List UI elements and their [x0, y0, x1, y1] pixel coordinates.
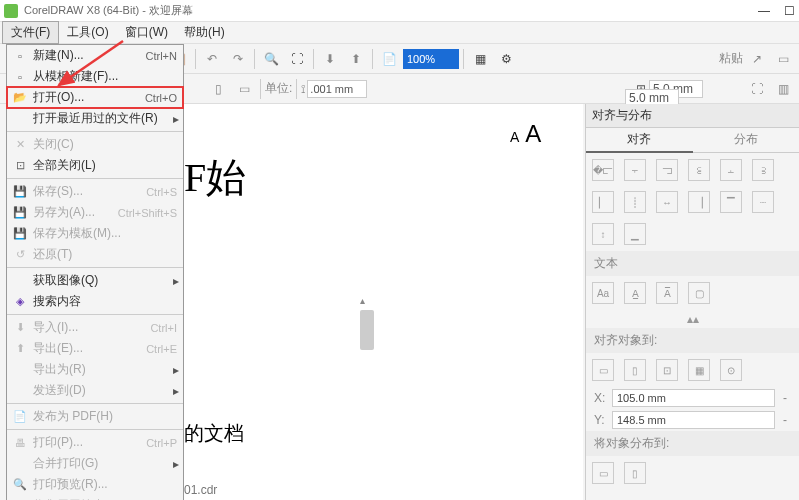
- align-right-icon[interactable]: ⫎: [656, 159, 678, 181]
- section-text: 文本: [586, 251, 799, 276]
- menubar: 文件(F) 工具(O) 窗口(W) 帮助(H): [0, 22, 799, 44]
- section-distribute-to: 将对象分布到:: [586, 431, 799, 456]
- menu-import: ⬇导入(I)...Ctrl+I: [7, 317, 183, 338]
- scroll-up-icon[interactable]: ▴: [360, 295, 365, 306]
- canvas-text-2: 的文档: [184, 420, 244, 447]
- menu-search-content[interactable]: ◈搜索内容: [7, 291, 183, 312]
- align-y-value[interactable]: 148.5 mm: [612, 411, 775, 429]
- fullscreen-icon[interactable]: ⛶: [285, 47, 309, 71]
- align-center-h-icon[interactable]: ⫟: [624, 159, 646, 181]
- distto-selection-icon[interactable]: ▭: [592, 462, 614, 484]
- file-menu-dropdown: ▫新建(N)...Ctrl+N ▫从模板新建(F)... 📂打开(O)...Ct…: [6, 44, 184, 500]
- dist-right-icon[interactable]: ▕: [688, 191, 710, 213]
- redo-icon[interactable]: ↷: [226, 47, 250, 71]
- snap-icon[interactable]: ▦: [468, 47, 492, 71]
- bleed-icon[interactable]: ▥: [771, 77, 795, 101]
- import-icon[interactable]: ⬇: [318, 47, 342, 71]
- menu-save: 💾保存(S)...Ctrl+S: [7, 181, 183, 202]
- dist-bottom-icon[interactable]: ▁: [624, 223, 646, 245]
- align-top-icon[interactable]: ⫕: [688, 159, 710, 181]
- font-size-indicator: AA: [510, 120, 541, 148]
- section-align-to: 对齐对象到:: [586, 328, 799, 353]
- menu-publish-pdf: 📄发布为 PDF(H): [7, 406, 183, 427]
- align-bottom-icon[interactable]: ⫖: [752, 159, 774, 181]
- dist-spacing-h-icon[interactable]: ↔: [656, 191, 678, 213]
- menu-new-from-template[interactable]: ▫从模板新建(F)...: [7, 66, 183, 87]
- menu-collect-output: ⎘收集用于输出(U)...: [7, 495, 183, 500]
- menu-print: 🖶打印(P)...Ctrl+P: [7, 432, 183, 453]
- orientation2-icon[interactable]: ▭: [232, 77, 256, 101]
- menu-open[interactable]: 📂打开(O)...Ctrl+O: [7, 87, 183, 108]
- app-logo-icon: [4, 4, 18, 18]
- menu-file[interactable]: 文件(F): [2, 21, 59, 44]
- menu-tools[interactable]: 工具(O): [59, 22, 116, 43]
- menu-close-all[interactable]: ⊡全部关闭(L): [7, 155, 183, 176]
- menu-open-recent[interactable]: 打开最近用过的文件(R)▸: [7, 108, 183, 129]
- zoom-level[interactable]: 100%: [403, 49, 459, 69]
- tab-align[interactable]: 对齐: [586, 128, 693, 153]
- menu-save-template: 💾保存为模板(M)...: [7, 223, 183, 244]
- dist-left-icon[interactable]: ▏: [592, 191, 614, 213]
- align-left-icon[interactable]: �⫍: [592, 159, 614, 181]
- crop-icon[interactable]: ⛶: [745, 77, 769, 101]
- minimize-icon[interactable]: —: [758, 4, 770, 18]
- units-field: 单位:: [265, 80, 292, 97]
- alignto-grid-icon[interactable]: ▦: [688, 359, 710, 381]
- align-distribute-panel: 对齐与分布 对齐 分布 �⫍ ⫟ ⫎ ⫕ ⫠ ⫖ ▏ ┊ ↔ ▕ ▔ ┈ ↕ ▁…: [585, 104, 799, 500]
- recent-file-name: 01.cdr: [184, 483, 217, 497]
- menu-export-to: 导出为(R)▸: [7, 359, 183, 380]
- orientation-icon[interactable]: ▯: [206, 77, 230, 101]
- dist-top-icon[interactable]: ▔: [720, 191, 742, 213]
- dist-spacing-v-icon[interactable]: ↕: [592, 223, 614, 245]
- dist-center-h-icon[interactable]: ┊: [624, 191, 646, 213]
- panel-icon[interactable]: ▭: [771, 47, 795, 71]
- text-first-icon[interactable]: A̲: [624, 282, 646, 304]
- menu-help[interactable]: 帮助(H): [176, 22, 233, 43]
- align-x-value[interactable]: 105.0 mm: [612, 389, 775, 407]
- maximize-icon[interactable]: ☐: [784, 4, 795, 18]
- alignto-objects-icon[interactable]: ▭: [592, 359, 614, 381]
- distto-page-icon[interactable]: ▯: [624, 462, 646, 484]
- align-middle-icon[interactable]: ⫠: [720, 159, 742, 181]
- menu-export: ⬆导出(E)...Ctrl+E: [7, 338, 183, 359]
- window-title: CorelDRAW X8 (64-Bit) - 欢迎屏幕: [24, 3, 193, 18]
- alignto-page-icon[interactable]: ▯: [624, 359, 646, 381]
- export-icon[interactable]: ⬆: [344, 47, 368, 71]
- tab-distribute[interactable]: 分布: [693, 128, 800, 153]
- options-icon[interactable]: ⚙: [494, 47, 518, 71]
- menu-save-as: 💾另存为(A)...Ctrl+Shift+S: [7, 202, 183, 223]
- menu-revert: ↺还原(T): [7, 244, 183, 265]
- pdf-icon[interactable]: 📄: [377, 47, 401, 71]
- nudge-distance[interactable]: .001 mm: [307, 80, 367, 98]
- menu-print-preview: 🔍打印预览(R)...: [7, 474, 183, 495]
- canvas-text-1: F始: [184, 150, 246, 205]
- menu-print-merge: 合并打印(G)▸: [7, 453, 183, 474]
- text-last-icon[interactable]: A̅: [656, 282, 678, 304]
- launch-icon[interactable]: ↗: [745, 47, 769, 71]
- panel-title: 对齐与分布: [586, 104, 799, 128]
- menu-send-to: 发送到(D)▸: [7, 380, 183, 401]
- alignto-center-icon[interactable]: ⊡: [656, 359, 678, 381]
- menu-new[interactable]: ▫新建(N)...Ctrl+N: [7, 45, 183, 66]
- menu-close: ✕关闭(C): [7, 134, 183, 155]
- dist-center-v-icon[interactable]: ┈: [752, 191, 774, 213]
- alignto-point-icon[interactable]: ⊙: [720, 359, 742, 381]
- search-icon[interactable]: 🔍: [259, 47, 283, 71]
- menu-acquire-image[interactable]: 获取图像(Q)▸: [7, 270, 183, 291]
- text-baseline-icon[interactable]: Aa: [592, 282, 614, 304]
- paste-special-icon[interactable]: 粘贴: [719, 47, 743, 71]
- menu-window[interactable]: 窗口(W): [117, 22, 176, 43]
- undo-icon[interactable]: ↶: [200, 47, 224, 71]
- titlebar: CorelDRAW X8 (64-Bit) - 欢迎屏幕 — ☐: [0, 0, 799, 22]
- scrollbar-thumb[interactable]: [360, 310, 374, 350]
- text-box-icon[interactable]: ▢: [688, 282, 710, 304]
